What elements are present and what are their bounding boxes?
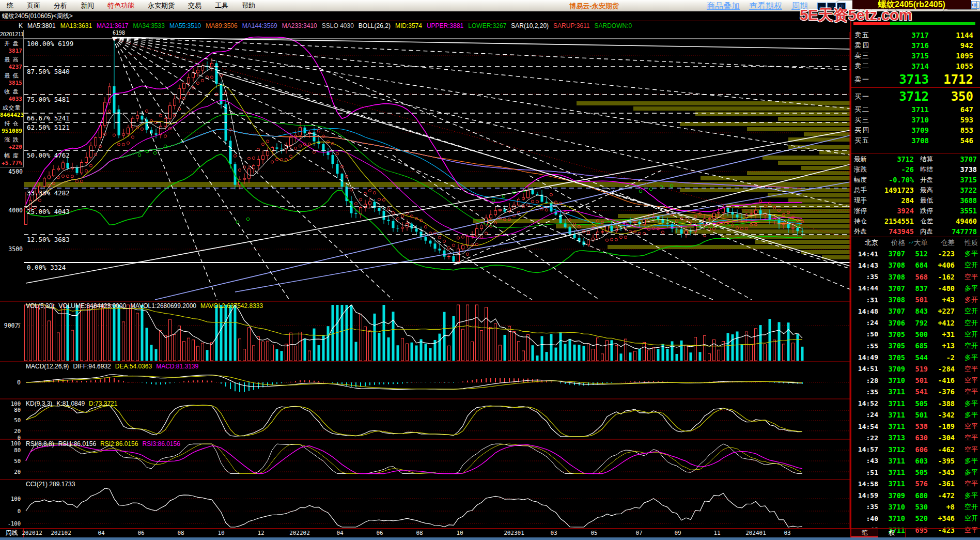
time-tick: 202301 (504, 530, 524, 536)
period-label[interactable]: 周线 (0, 529, 24, 537)
menu-item-3[interactable]: 新闻 (74, 1, 101, 10)
tab-link-1[interactable]: 查看期权 (749, 1, 782, 12)
tick-oi-change: -304 (928, 434, 955, 442)
tick-row[interactable]: 14:523711505-388多平 (851, 397, 980, 409)
tick-time: 14:41 (851, 250, 878, 258)
menu-item-2[interactable]: 分析 (47, 1, 74, 10)
cci-header: CCI(21) 289.1733 (26, 481, 79, 488)
book-volume: 1712 (929, 72, 973, 87)
time-tick: 04 (336, 530, 343, 536)
tick-oi-change: -388 (928, 399, 955, 408)
book-row[interactable]: 卖二37141055 (851, 61, 980, 71)
book-volume: 350 (929, 89, 973, 104)
book-row[interactable]: 卖五37171144 (851, 30, 980, 40)
tick-row[interactable]: :243706792+412空开 (851, 317, 980, 329)
menu-item-4[interactable]: 特色功能 (101, 1, 141, 10)
tick-oi-change: +43 (928, 296, 955, 304)
tick-row[interactable]: 14:593709680-472多平 (851, 490, 980, 501)
tick-row[interactable]: 14:483707843+227空开 (851, 305, 980, 317)
tick-time: :31 (851, 296, 878, 304)
tick-nature: 空开 (955, 514, 980, 523)
book-row[interactable]: 买五3708546 (851, 135, 980, 146)
tick-table[interactable]: 14:413707512-223多平14:433708684+406空开:353… (851, 248, 980, 536)
tick-row[interactable]: :313708501+43多开 (851, 294, 980, 305)
book-row[interactable]: 卖三37151095 (851, 51, 980, 61)
tick-nature: 空开 (955, 341, 980, 350)
tick-row[interactable]: :223713630-304空平 (851, 432, 980, 443)
rsi-header: RSI(8,8,8)RSI1:86.0156RSI2:86.0156RSI3:8… (26, 440, 184, 448)
tick-row[interactable]: 14:493705544-2多平 (851, 351, 980, 363)
tick-row[interactable]: :513711505-343多平 (851, 467, 980, 478)
tick-oi-change: +346 (928, 514, 955, 522)
book-row[interactable]: 卖四3716942 (851, 40, 980, 51)
tick-row[interactable]: :353711541-376空平 (851, 386, 980, 397)
menu-item-8[interactable]: 帮助 (235, 1, 262, 10)
book-label: 买四 (851, 126, 881, 135)
book-label: 卖五 (851, 30, 881, 40)
tick-row[interactable]: :433711603-395多平 (851, 455, 980, 467)
tick-row[interactable]: :353710530+8空开 (851, 501, 980, 513)
menu-item-0[interactable]: 统 (0, 1, 20, 10)
svg-text:4000: 4000 (8, 207, 23, 214)
tick-oi-change: +406 (928, 261, 955, 269)
ohlc-label: 最 低 (0, 71, 23, 80)
stat-value: 3715 (938, 176, 980, 184)
tick-price: 3711 (878, 480, 905, 488)
tick-row[interactable]: 14:573712606-462空平 (851, 444, 980, 455)
tick-row[interactable]: 14:413707512-223多平 (851, 248, 980, 259)
svg-text:-100: -100 (8, 520, 21, 527)
tick-row[interactable]: 14:513709519-284空平 (851, 363, 980, 375)
book-volume: 942 (929, 41, 973, 50)
svg-text:12.50% 3683: 12.50% 3683 (27, 236, 70, 243)
tick-row[interactable]: :243711501-342多平 (851, 409, 980, 421)
tick-row[interactable]: 14:583711576-361空平 (851, 478, 980, 489)
menu-item-1[interactable]: 页面 (20, 1, 47, 10)
grid-icon[interactable]: ▣ (971, 1, 979, 9)
stat-value: 3712 (872, 155, 914, 163)
tick-row[interactable]: :283710501-416空平 (851, 375, 980, 386)
tick-row[interactable]: :503705500+31空开 (851, 329, 980, 340)
menu-item-6[interactable]: 交易 (181, 1, 208, 10)
book-volume: 593 (929, 116, 973, 124)
tick-row[interactable]: :403710520+346空开 (851, 513, 980, 524)
panel-tab-权[interactable]: 权 (878, 529, 906, 537)
book-price: 3710 (881, 116, 929, 124)
book-label: 买五 (851, 136, 881, 145)
tick-nature: 空开 (955, 260, 980, 270)
book-row[interactable]: 买四3709853 (851, 125, 980, 135)
ohlc-label: 成交量 (0, 103, 23, 112)
book-label: 卖二 (851, 61, 881, 71)
menu-item-5[interactable]: 永安期货 (141, 1, 181, 10)
tick-nature: 多平 (955, 249, 980, 258)
tick-row[interactable]: 14:443707837-480多平 (851, 283, 980, 294)
book-row[interactable]: 买一3712350 (851, 88, 980, 104)
tick-row[interactable]: 14:543711538-189空平 (851, 421, 980, 432)
tick-volume: 538 (905, 422, 928, 430)
contract-tab[interactable]: 螺纹2405(010605)<周线> (0, 12, 73, 21)
tick-time: 14:51 (851, 365, 878, 373)
book-row[interactable]: 卖一37131712 (851, 71, 980, 87)
svg-text:20: 20 (14, 428, 21, 434)
tick-volume: 680 (905, 491, 928, 500)
stat-value: 3738 (938, 165, 980, 174)
book-label: 买二 (851, 105, 881, 114)
tick-row[interactable]: :553705685+13空开 (851, 340, 980, 351)
chart-canvas[interactable]: 100.00% 619987.50% 584075.00% 548166.67%… (0, 21, 850, 540)
stat-label: 幅度 (851, 176, 872, 184)
tick-price: 3708 (878, 296, 905, 304)
tick-row[interactable]: :353708568-162空平 (851, 271, 980, 283)
time-tick: 08 (177, 530, 184, 536)
tick-row[interactable]: 14:433708684+406空开 (851, 259, 980, 271)
svg-text:50: 50 (14, 417, 21, 423)
menu-item-7[interactable]: 工具 (208, 1, 235, 10)
panel-tab-笔[interactable]: 笔 (851, 529, 878, 537)
tick-oi-change: -472 (928, 491, 955, 500)
tab-link-0[interactable]: 商品叠加 (707, 1, 740, 12)
time-tick: 10 (456, 530, 463, 536)
book-row[interactable]: 买二3711647 (851, 104, 980, 115)
tick-oi-change: +412 (928, 319, 955, 327)
book-row[interactable]: 买三3710593 (851, 115, 980, 125)
book-price: 3713 (881, 72, 929, 87)
svg-text:80: 80 (14, 447, 21, 453)
stat-row: 涨跌-26昨结3738 (851, 164, 980, 175)
